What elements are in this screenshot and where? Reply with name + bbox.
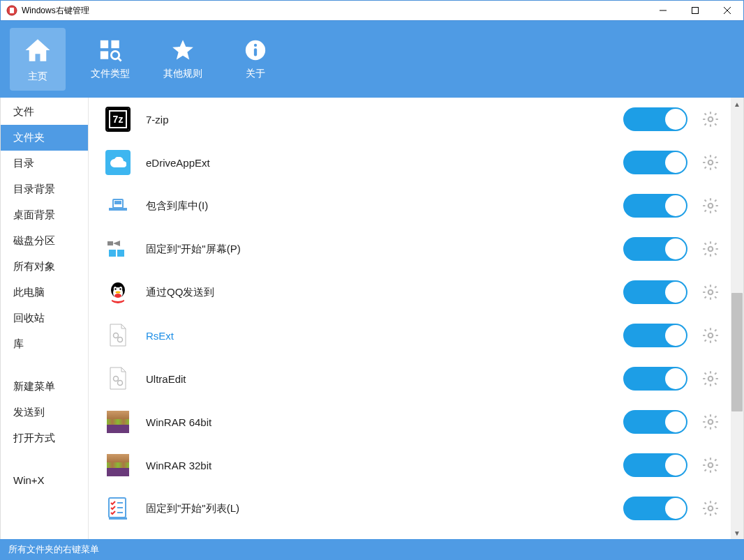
gear-icon[interactable]: [701, 197, 720, 215]
star-icon: [171, 38, 195, 62]
item-label: WinRAR 32bit: [146, 460, 623, 471]
gear-icon[interactable]: [701, 456, 720, 474]
toggle-switch[interactable]: [623, 151, 687, 174]
sidebar-item[interactable]: 文件: [1, 99, 88, 125]
list-item: UltraEdit: [89, 357, 731, 400]
svg-point-19: [708, 204, 713, 209]
svg-rect-7: [111, 40, 119, 48]
item-label: 固定到"开始"列表(L): [146, 502, 623, 515]
window-title: Windows右键管理: [22, 5, 89, 17]
body: 文件文件夹目录目录背景桌面背景磁盘分区所有对象此电脑回收站库新建菜单发送到打开方…: [0, 98, 744, 539]
close-button[interactable]: [711, 1, 743, 21]
sidebar-item[interactable]: 新建菜单: [1, 374, 88, 400]
toggle-switch[interactable]: [623, 497, 687, 520]
svg-point-30: [116, 292, 121, 294]
svg-point-35: [708, 333, 713, 338]
sidebar-item[interactable]: 发送到: [1, 400, 88, 425]
minimize-button[interactable]: [647, 1, 679, 21]
toolbar: 主页 文件类型 其他规则 关于: [0, 21, 744, 98]
toggle-switch[interactable]: [623, 410, 687, 434]
maximize-button[interactable]: [679, 1, 711, 21]
gear-icon[interactable]: [701, 499, 720, 517]
list-item: eDriveAppExt: [89, 141, 731, 184]
list-item: WinRAR 32bit: [89, 444, 731, 487]
7zip-icon: 7z: [105, 107, 131, 132]
toggle-switch[interactable]: [623, 237, 687, 261]
item-label: WinRAR 64bit: [146, 416, 623, 428]
item-label: 7-zip: [146, 114, 623, 126]
svg-point-14: [708, 117, 713, 122]
sidebar-item[interactable]: 文件夹: [1, 125, 88, 151]
gear-icon[interactable]: [701, 240, 720, 258]
svg-point-31: [114, 294, 121, 298]
qq-icon: [105, 280, 131, 305]
gear-icon[interactable]: [701, 413, 720, 431]
gear-icon[interactable]: [701, 110, 720, 128]
toggle-switch[interactable]: [623, 324, 687, 347]
toggle-switch[interactable]: [623, 453, 687, 477]
svg-point-9: [111, 51, 119, 59]
sidebar-item[interactable]: 所有对象: [1, 254, 88, 280]
scroll-up-icon[interactable]: ▲: [731, 98, 743, 110]
list-item: RsExt: [89, 314, 731, 357]
status-text: 所有文件夹的右键菜单: [8, 543, 99, 556]
svg-point-32: [708, 290, 713, 295]
svg-line-10: [118, 58, 121, 61]
sidebar-item[interactable]: 回收站: [1, 305, 88, 331]
scroll-down-icon[interactable]: ▼: [731, 527, 743, 539]
toggle-switch[interactable]: [623, 280, 687, 304]
pin-start-icon: [105, 236, 131, 262]
sidebar-item[interactable]: 打开方式: [1, 425, 88, 451]
list-item: 包含到库中(I): [89, 184, 731, 227]
item-label: UltraEdit: [146, 373, 623, 385]
sidebar: 文件文件夹目录目录背景桌面背景磁盘分区所有对象此电脑回收站库新建菜单发送到打开方…: [1, 98, 89, 539]
sidebar-item[interactable]: 桌面背景: [1, 202, 88, 228]
sidebar-item[interactable]: 目录背景: [1, 176, 88, 202]
gear-icon[interactable]: [701, 283, 720, 301]
gear-icon[interactable]: [701, 326, 720, 345]
home-icon: [23, 36, 52, 65]
sidebar-item[interactable]: 库: [1, 331, 88, 357]
list-item: 7z7-zip: [89, 98, 731, 141]
tab-about[interactable]: 关于: [228, 28, 283, 91]
sidebar-item[interactable]: 此电脑: [1, 280, 88, 305]
svg-rect-18: [114, 201, 121, 204]
scrollbar[interactable]: ▲ ▼: [731, 98, 743, 539]
toggle-switch[interactable]: [623, 194, 687, 218]
svg-rect-8: [101, 51, 108, 59]
gear-icon[interactable]: [701, 370, 720, 388]
svg-point-46: [708, 506, 713, 511]
svg-point-38: [708, 377, 713, 381]
statusbar: 所有文件夹的右键菜单: [0, 539, 744, 560]
tab-home[interactable]: 主页: [10, 28, 66, 91]
tab-other-rules[interactable]: 其他规则: [155, 28, 211, 91]
tab-label: 其他规则: [163, 68, 202, 80]
item-list: 7z7-zipeDriveAppExt包含到库中(I)固定到"开始"屏幕(P)通…: [89, 98, 731, 539]
file-icon: [105, 366, 131, 391]
tab-filetype[interactable]: 文件类型: [82, 28, 138, 91]
toggle-switch[interactable]: [623, 367, 687, 391]
grid-search-icon: [98, 38, 122, 62]
scrollbar-thumb[interactable]: [731, 293, 743, 411]
file-icon: [105, 323, 131, 348]
list-item: 固定到"开始"列表(L): [89, 487, 731, 530]
toggle-switch[interactable]: [623, 107, 687, 131]
sidebar-item[interactable]: Win+X: [1, 468, 88, 492]
list-item: 固定到"开始"屏幕(P): [89, 227, 731, 271]
sidebar-item[interactable]: 目录: [1, 151, 88, 176]
list-item: 通过QQ发送到: [89, 271, 731, 314]
svg-rect-13: [254, 48, 257, 56]
svg-point-23: [708, 247, 713, 252]
sidebar-item[interactable]: 磁盘分区: [1, 228, 88, 254]
tab-label: 关于: [246, 68, 265, 80]
cloud-icon: [105, 150, 131, 175]
item-label: 固定到"开始"屏幕(P): [146, 243, 623, 256]
svg-rect-1: [10, 8, 14, 13]
list-item: WinRAR 64bit: [89, 400, 731, 444]
svg-point-12: [254, 44, 257, 47]
gear-icon[interactable]: [701, 153, 720, 172]
tab-label: 文件类型: [91, 68, 130, 80]
svg-rect-22: [117, 250, 124, 257]
item-label: eDriveAppExt: [146, 157, 623, 169]
svg-point-28: [114, 288, 116, 289]
